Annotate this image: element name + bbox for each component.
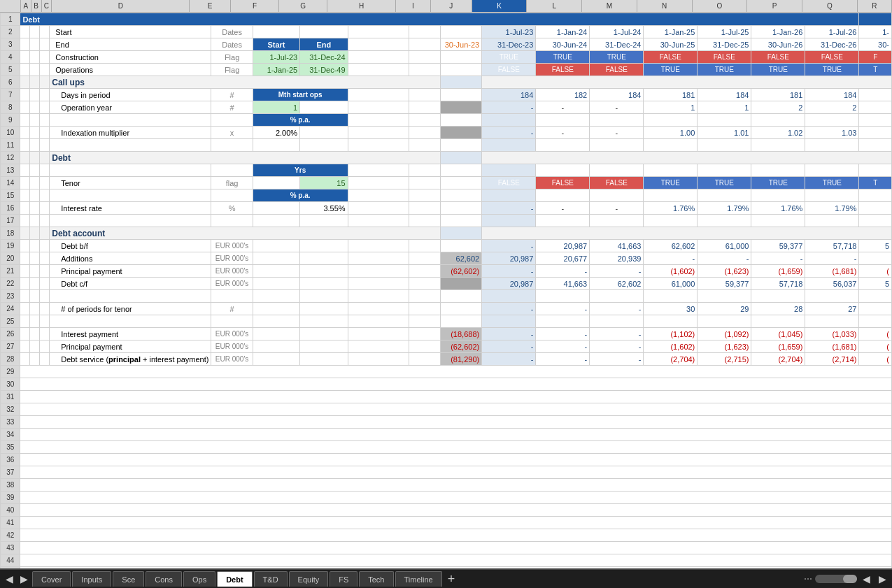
- col-header-q[interactable]: Q: [802, 0, 858, 12]
- callups-title: Call ups: [50, 76, 440, 89]
- row-41: 41: [1, 517, 892, 529]
- row-35: 35: [1, 441, 892, 454]
- ops-start[interactable]: 1-Jan-25: [253, 64, 299, 76]
- row-20: 20 Additions EUR 000's 62,602 20,987 20,…: [1, 252, 892, 265]
- interest-payment-input[interactable]: (18,688): [440, 328, 482, 340]
- yrs-header: Yrs: [253, 164, 348, 177]
- interest-payment-label: Interest payment: [50, 328, 211, 340]
- col-header-c[interactable]: C: [42, 0, 52, 12]
- tab-nav-right[interactable]: ▶: [17, 573, 31, 585]
- tab-ops[interactable]: Ops: [183, 571, 215, 587]
- row-19: 19 Debt b/f EUR 000's - 20,987 41,663 62…: [1, 240, 892, 252]
- row-16: 16 Interest rate % 3.55% - - - 1.76% 1.7…: [1, 202, 892, 215]
- row-6: 6 Call ups: [1, 76, 892, 89]
- days-in-period-label: Days in period: [50, 89, 211, 101]
- op-year-input[interactable]: 1: [253, 101, 299, 114]
- row-38: 38: [1, 479, 892, 492]
- construction-start[interactable]: 1-Jul-23: [253, 51, 299, 64]
- col-header-d[interactable]: D: [52, 0, 190, 12]
- tab-tnd[interactable]: T&D: [254, 571, 288, 587]
- tab-inputs[interactable]: Inputs: [72, 571, 111, 587]
- periods-tenor-label: # of periods for tenor: [50, 303, 211, 315]
- construction-label: Construction: [50, 51, 211, 64]
- tab-cons[interactable]: Cons: [146, 571, 182, 587]
- col-header-e[interactable]: E: [190, 0, 231, 12]
- indexation-input[interactable]: 2.00%: [253, 127, 299, 139]
- row-8: 8 Operation year # 1 - - - 1 1 2 2: [1, 101, 892, 114]
- row-11: 11: [1, 139, 892, 152]
- col-header-n[interactable]: N: [637, 0, 693, 12]
- row-44: 44: [1, 554, 892, 567]
- debt-service-input[interactable]: (81,290): [440, 353, 482, 366]
- row-12: 12 Debt: [1, 152, 892, 164]
- tenor-input[interactable]: 15: [300, 177, 348, 189]
- row-23: 23: [1, 290, 892, 303]
- tab-cover[interactable]: Cover: [32, 571, 71, 587]
- col-header-m[interactable]: M: [582, 0, 637, 12]
- scroll-left[interactable]: ◀: [860, 573, 873, 585]
- r1-r: [859, 13, 892, 26]
- col-header-b[interactable]: B: [31, 0, 42, 12]
- row-15: 15 % p.a.: [1, 189, 892, 202]
- tab-equity[interactable]: Equity: [289, 571, 329, 587]
- row-3: 3 End Dates Start End 30-Jun-23 31-Dec-2…: [1, 38, 892, 51]
- row-27: 27 Principal payment EUR 000's (62,602) …: [1, 340, 892, 353]
- row-10: 10 Indexation multiplier x 2.00% - - - 1…: [1, 127, 892, 139]
- col-header-l[interactable]: L: [527, 0, 582, 12]
- construction-end[interactable]: 31-Dec-24: [300, 51, 348, 64]
- col-header-i[interactable]: I: [396, 0, 430, 12]
- col-header-r[interactable]: R: [858, 0, 892, 12]
- col-header-a[interactable]: A: [21, 0, 31, 12]
- add-sheet-button[interactable]: +: [444, 572, 460, 587]
- tab-debt[interactable]: Debt: [217, 571, 252, 587]
- row-31: 31: [1, 391, 892, 403]
- debt-account-title: Debt account: [50, 227, 440, 240]
- row-2: 2 Start Dates 1-Jul-23 1-Jan-24 1-Jul-24…: [1, 26, 892, 38]
- row-14: 14 Tenor flag 15 FALSE FALSE FALSE TRUE …: [1, 177, 892, 189]
- col-header-k[interactable]: K: [472, 0, 528, 12]
- row-30: 30: [1, 378, 892, 391]
- row-29: 29: [1, 366, 892, 378]
- ops-end[interactable]: 31-Dec-49: [300, 64, 348, 76]
- row-25: 25: [1, 315, 892, 328]
- additions-input[interactable]: 62,602: [440, 252, 482, 265]
- tenor-label: Tenor: [50, 177, 211, 189]
- row-7: 7 Days in period # Mth start ops 184 182…: [1, 89, 892, 101]
- j3-end-date: 30-Jun-23: [440, 38, 482, 51]
- col-header-h[interactable]: H: [327, 0, 396, 12]
- scroll-right[interactable]: ▶: [876, 573, 889, 585]
- principal-payment2-input[interactable]: (62,602): [440, 340, 482, 353]
- debt-cf-label: Debt c/f: [50, 278, 211, 290]
- tab-tech[interactable]: Tech: [359, 571, 393, 587]
- principal-payment2-label: Principal payment: [50, 340, 211, 353]
- indexation-label: Indexation multiplier: [50, 127, 211, 139]
- start-header[interactable]: Start: [253, 38, 299, 51]
- interest-rate-label: Interest rate: [50, 202, 211, 215]
- tab-timeline[interactable]: Timeline: [395, 571, 442, 587]
- col-header-o[interactable]: O: [693, 0, 748, 12]
- operation-year-label: Operation year: [50, 101, 211, 114]
- row-13: 13 Yrs: [1, 164, 892, 177]
- dots-menu[interactable]: ⋯: [804, 574, 812, 584]
- row-33: 33: [1, 416, 892, 429]
- tab-fs[interactable]: FS: [330, 571, 357, 587]
- row-28: 28 Debt service (principal + interest pa…: [1, 353, 892, 366]
- col-header-j[interactable]: J: [431, 0, 472, 12]
- tab-sce[interactable]: Sce: [113, 571, 144, 587]
- tab-nav-left[interactable]: ◀: [3, 573, 16, 585]
- row-17: 17: [1, 215, 892, 227]
- corner-cell: [0, 0, 21, 12]
- horizontal-scrollbar[interactable]: [815, 575, 857, 583]
- col-header-p[interactable]: P: [747, 0, 802, 12]
- end-header[interactable]: End: [300, 38, 348, 51]
- row-34: 34: [1, 429, 892, 441]
- row-39: 39: [1, 492, 892, 504]
- principal-payment-input[interactable]: (62,602): [440, 265, 482, 278]
- row-num-1: 1: [1, 13, 20, 26]
- row-24: 24 # of periods for tenor # - - - 30 29 …: [1, 303, 892, 315]
- additions-label: Additions: [50, 252, 211, 265]
- col-header-g[interactable]: G: [279, 0, 327, 12]
- col-header-f[interactable]: F: [231, 0, 279, 12]
- interest-rate-input[interactable]: 3.55%: [300, 202, 348, 215]
- row-37: 37: [1, 466, 892, 479]
